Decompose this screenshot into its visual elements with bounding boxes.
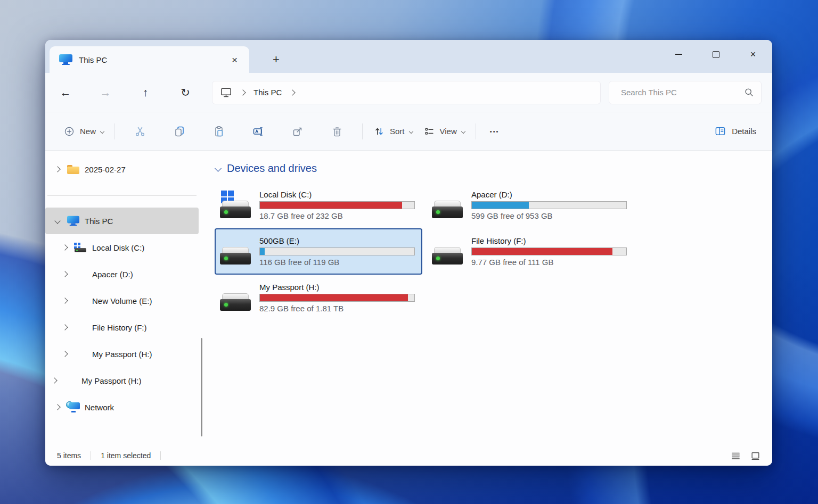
capacity-bar	[259, 201, 415, 209]
sidebar-item-label: Apacer (D:)	[92, 270, 133, 279]
sidebar-item-2025-02-27[interactable]: 2025-02-27	[45, 156, 199, 183]
maximize-icon	[713, 51, 719, 58]
breadcrumb-item-this-pc[interactable]: This PC	[253, 88, 282, 97]
view-list-icon	[423, 126, 435, 137]
capacity-bar-fill	[260, 294, 408, 301]
status-divider	[160, 451, 161, 460]
maximize-button[interactable]	[704, 44, 728, 64]
windows-drive-icon	[74, 243, 87, 252]
cut-button[interactable]	[129, 121, 151, 142]
drive-tile-500gb-e[interactable]: 500GB (E:) 116 GB free of 119 GB	[215, 228, 422, 275]
drive-tile-local-disk-c[interactable]: Local Disk (C:) 18.7 GB free of 232 GB	[215, 182, 422, 228]
details-pane-icon	[714, 125, 726, 137]
capacity-bar-fill	[260, 248, 265, 255]
capacity-bar	[259, 294, 415, 302]
up-button[interactable]: ↑	[136, 83, 155, 102]
sidebar-item-this-pc[interactable]: This PC	[45, 208, 199, 234]
tab-title: This PC	[79, 55, 107, 64]
drive-tile-file-history-f[interactable]: File History (F:) 9.77 GB free of 111 GB	[427, 228, 634, 275]
large-icons-view-toggle-icon[interactable]	[750, 451, 760, 461]
hard-drive-icon	[219, 237, 253, 267]
sidebar-item-apacer-d[interactable]: Apacer (D:)	[45, 261, 199, 287]
this-pc-icon	[59, 54, 72, 65]
chevron-right-icon	[51, 377, 57, 383]
tab-strip: This PC × + ×	[45, 40, 772, 73]
hard-drive-icon	[431, 191, 465, 220]
chevron-right-icon	[62, 244, 68, 250]
new-button[interactable]: New	[58, 121, 109, 142]
trash-icon	[331, 125, 343, 138]
network-icon	[66, 402, 80, 412]
sidebar-item-my-passport-h-2[interactable]: My Passport (H:)	[45, 367, 199, 394]
sidebar-item-label: My Passport (H:)	[92, 350, 152, 359]
sidebar-scrollbar[interactable]	[201, 338, 202, 436]
share-button[interactable]	[287, 121, 308, 142]
sidebar-item-local-disk-c[interactable]: Local Disk (C:)	[45, 234, 199, 261]
sort-button[interactable]: Sort	[368, 121, 418, 142]
capacity-bar	[471, 201, 627, 209]
sidebar-item-my-passport-h[interactable]: My Passport (H:)	[45, 341, 199, 367]
minimize-icon	[675, 54, 682, 55]
paste-icon	[212, 125, 225, 138]
group-header-devices-and-drives[interactable]: Devices and drives	[216, 162, 762, 175]
chevron-down-icon	[408, 129, 413, 133]
sort-arrows-icon	[373, 126, 385, 137]
copy-button[interactable]	[169, 121, 190, 142]
chevron-down-icon	[215, 165, 222, 172]
details-pane-button[interactable]: Details	[714, 125, 759, 137]
search-input[interactable]	[620, 87, 743, 97]
minimize-button[interactable]	[666, 44, 691, 64]
tab-this-pc[interactable]: This PC ×	[50, 46, 249, 73]
capacity-bar-fill	[472, 248, 612, 255]
search-box[interactable]	[609, 81, 762, 104]
scissors-icon	[134, 125, 146, 138]
sidebar-item-label: File History (F:)	[92, 323, 147, 332]
drive-tile-apacer-d[interactable]: Apacer (D:) 599 GB free of 953 GB	[427, 182, 634, 228]
status-bar: 5 items 1 item selected	[45, 445, 772, 466]
file-explorer-window: This PC × + × ← → ↑ ↻ This PC	[45, 40, 772, 466]
breadcrumb[interactable]: This PC	[212, 81, 601, 104]
sidebar-item-network[interactable]: Network	[45, 394, 199, 420]
plus-circle-icon	[63, 126, 75, 137]
new-tab-button[interactable]: +	[267, 53, 285, 67]
breadcrumb-chevron-icon[interactable]	[240, 89, 246, 95]
view-button-label: View	[440, 127, 457, 136]
rename-button[interactable]	[248, 121, 269, 142]
drive-free-space: 82.9 GB free of 1.81 TB	[259, 304, 415, 313]
refresh-button[interactable]: ↻	[176, 83, 195, 102]
chevron-right-icon	[54, 404, 60, 410]
sidebar-item-new-volume-e[interactable]: New Volume (E:)	[45, 287, 199, 314]
drive-grid: Local Disk (C:) 18.7 GB free of 232 GB A…	[215, 182, 762, 321]
sidebar-item-label: 2025-02-27	[85, 165, 126, 174]
selection-count: 1 item selected	[101, 451, 151, 460]
search-icon	[743, 87, 755, 98]
see-more-button[interactable]: •••	[481, 128, 508, 135]
tab-close-icon[interactable]: ×	[227, 54, 242, 66]
this-pc-icon	[67, 216, 79, 226]
details-view-toggle-icon[interactable]	[731, 451, 741, 461]
drive-tile-my-passport-h[interactable]: My Passport (H:) 82.9 GB free of 1.81 TB	[215, 275, 422, 321]
copy-icon	[173, 125, 186, 138]
view-button[interactable]: View	[418, 121, 470, 142]
back-button[interactable]: ←	[56, 83, 75, 102]
paste-button[interactable]	[208, 121, 230, 142]
delete-button[interactable]	[326, 121, 348, 142]
chevron-down-icon	[54, 218, 60, 224]
navigation-bar: ← → ↑ ↻ This PC	[45, 73, 772, 112]
breadcrumb-chevron-icon[interactable]	[290, 89, 296, 95]
forward-button[interactable]: →	[96, 83, 115, 102]
drive-free-space: 116 GB free of 119 GB	[259, 258, 415, 267]
window-controls: ×	[666, 44, 765, 64]
sort-button-label: Sort	[390, 127, 405, 136]
this-pc-outline-icon	[220, 86, 232, 98]
hard-drive-icon	[431, 237, 465, 267]
rename-icon	[252, 125, 265, 138]
capacity-bar	[259, 247, 415, 255]
sidebar-item-file-history-f[interactable]: File History (F:)	[45, 314, 199, 341]
chevron-right-icon	[54, 166, 60, 172]
close-button[interactable]: ×	[741, 44, 765, 64]
folder-icon	[67, 165, 79, 174]
drive-free-space: 599 GB free of 953 GB	[471, 211, 627, 220]
new-button-label: New	[80, 127, 96, 136]
hard-drive-icon	[219, 283, 253, 313]
